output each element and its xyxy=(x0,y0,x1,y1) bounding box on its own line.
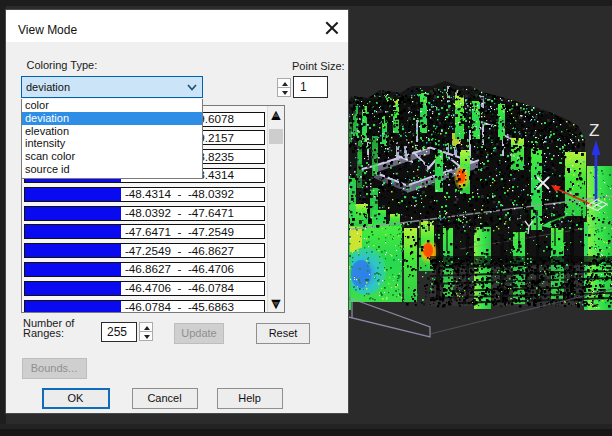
svg-text:Z: Z xyxy=(589,121,599,140)
